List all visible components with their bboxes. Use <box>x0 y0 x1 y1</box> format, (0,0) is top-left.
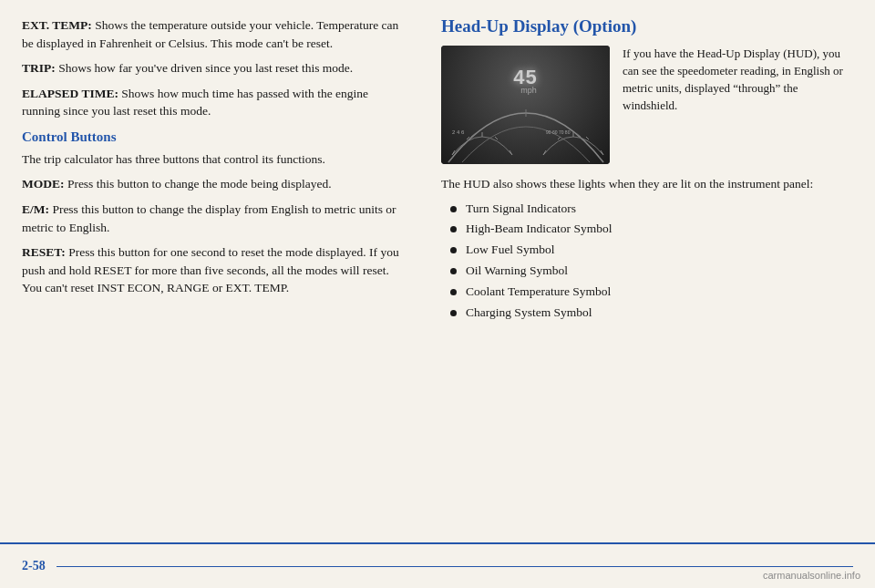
svg-line-9 <box>495 137 498 139</box>
bullet-dot <box>450 268 457 274</box>
em-text: Press this button to change the display … <box>22 202 396 234</box>
right-column: Head-Up Display (Option) 45 mph <box>432 16 853 511</box>
svg-text:2 4 6: 2 4 6 <box>452 129 465 135</box>
control-p1: The trip calculator has three buttons th… <box>22 150 405 169</box>
bullet-dot <box>450 206 457 212</box>
em-paragraph: E/M: Press this button to change the dis… <box>22 201 405 236</box>
em-label: E/M: <box>22 202 49 216</box>
bullet-item-text: Turn Signal Indicators <box>466 201 576 218</box>
bullet-item-text: Low Fuel Symbol <box>466 242 555 259</box>
reset-label: RESET: <box>22 245 66 259</box>
mode-paragraph: MODE: Press this button to change the mo… <box>22 175 405 193</box>
hud-image: 45 mph <box>441 46 610 164</box>
left-column: EXT. TEMP: Shows the temperature outside… <box>22 16 414 511</box>
mode-text: Press this button to change the mode bei… <box>65 177 332 191</box>
hud-screen: 45 mph <box>441 46 610 164</box>
list-item: Oil Warning Symbol <box>450 263 853 280</box>
bullet-dot <box>450 289 457 295</box>
list-item: High-Beam Indicator Symbol <box>450 221 853 238</box>
list-item: Charging System Symbol <box>450 304 853 322</box>
svg-line-15 <box>586 137 589 139</box>
elapsed-label: ELAPSED TIME: <box>22 87 118 100</box>
hud-gauge-left: 2 4 6 <box>450 123 514 160</box>
trip-text: Shows how far you've driven since you la… <box>56 61 353 75</box>
main-content: EXT. TEMP: Shows the temperature outside… <box>0 0 875 520</box>
bullet-item-text: Oil Warning Symbol <box>466 263 568 280</box>
ext-temp-label: EXT. TEMP: <box>22 18 92 32</box>
svg-line-7 <box>467 137 469 139</box>
page-number: 2-58 <box>22 559 46 573</box>
footer: 2-58 <box>0 542 875 588</box>
hud-shows-text: The HUD also shows these lights when the… <box>441 175 853 193</box>
bullet-item-text: High-Beam Indicator Symbol <box>466 221 612 238</box>
bullet-item-text: Charging System Symbol <box>466 304 592 322</box>
trip-label: TRIP: <box>22 61 56 75</box>
reset-text: Press this button for one second to rese… <box>22 245 399 294</box>
svg-text:90 60 70 80: 90 60 70 80 <box>546 129 571 135</box>
watermark: carmanualsonline.info <box>763 570 860 581</box>
trip-paragraph: TRIP: Shows how far you've driven since … <box>22 59 405 77</box>
footer-line <box>57 566 853 567</box>
bullet-dot <box>450 247 457 253</box>
svg-line-13 <box>558 137 561 139</box>
hud-title: Head-Up Display (Option) <box>441 16 853 36</box>
mode-label: MODE: <box>22 177 65 191</box>
bullet-dot <box>450 310 457 316</box>
list-item: Turn Signal Indicators <box>450 201 853 218</box>
list-item: Coolant Temperature Symbol <box>450 284 853 301</box>
hud-gauge-right: 90 60 70 80 <box>541 123 605 160</box>
ext-temp-paragraph: EXT. TEMP: Shows the temperature outside… <box>22 16 405 52</box>
bullet-item-text: Coolant Temperature Symbol <box>466 284 611 301</box>
reset-paragraph: RESET: Press this button for one second … <box>22 243 405 297</box>
hud-description: If you have the Head-Up Display (HUD), y… <box>623 46 853 114</box>
elapsed-paragraph: ELAPSED TIME: Shows how much time has pa… <box>22 85 405 120</box>
bullet-dot <box>450 226 457 232</box>
hud-bullet-list: Turn Signal IndicatorsHigh-Beam Indicato… <box>441 201 853 322</box>
control-buttons-heading: Control Buttons <box>22 129 405 145</box>
hud-image-row: 45 mph <box>441 46 853 164</box>
list-item: Low Fuel Symbol <box>450 242 853 259</box>
